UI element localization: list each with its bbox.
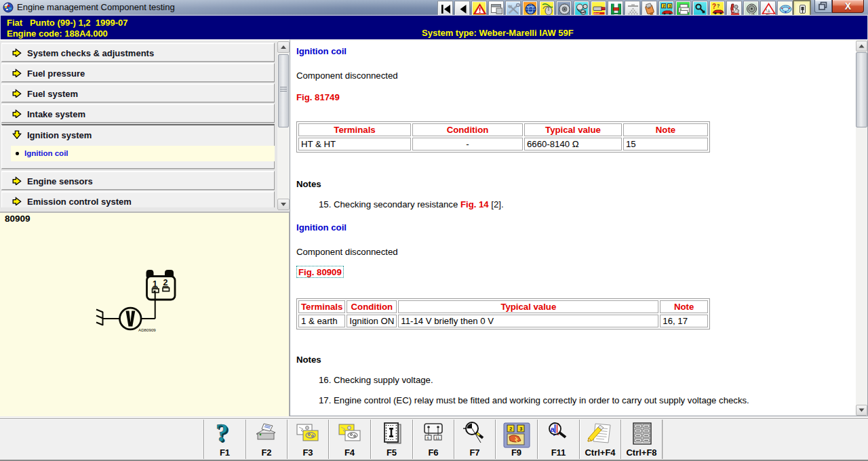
svg-text:?: ? <box>712 3 716 10</box>
svg-text:SRS: SRS <box>732 10 737 13</box>
svg-text:3: 3 <box>669 4 671 8</box>
svg-text:3: 3 <box>519 426 523 432</box>
svg-text:2: 2 <box>509 426 513 432</box>
svg-text:1: 1 <box>153 279 157 289</box>
svg-text:?: ? <box>717 3 719 8</box>
svg-text:a: a <box>550 425 555 433</box>
svg-text:11: 11 <box>435 436 440 440</box>
svg-text:△: △ <box>767 9 770 12</box>
svg-text:?: ? <box>216 422 229 447</box>
svg-text:AD80909: AD80909 <box>138 327 156 332</box>
svg-text:2: 2 <box>163 278 168 287</box>
svg-text:2: 2 <box>663 4 665 8</box>
